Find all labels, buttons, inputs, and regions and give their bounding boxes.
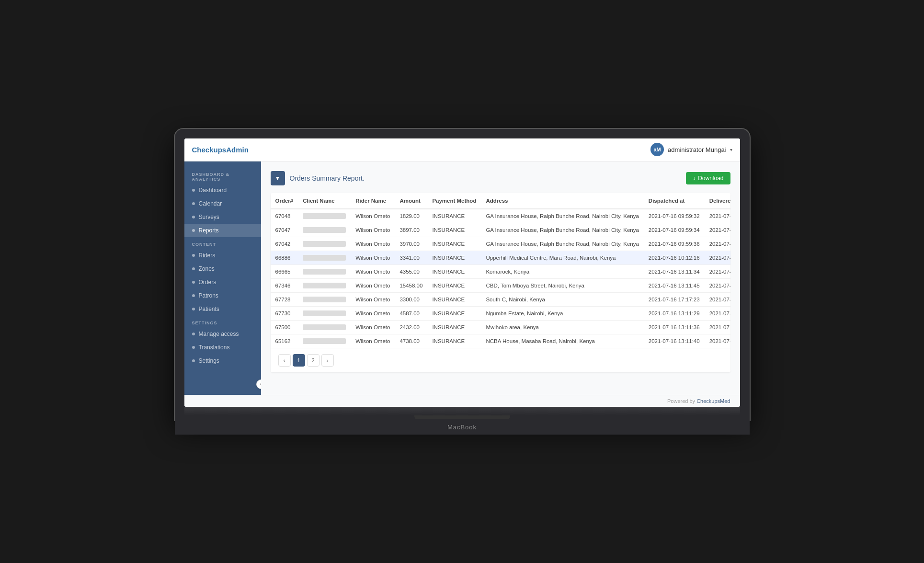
sidebar-item-label-orders: Orders	[199, 279, 217, 286]
laptop-screen-bezel: CheckupsAdmin aM administrator Mungai ▾ …	[175, 129, 750, 420]
cell-client	[298, 306, 351, 320]
cell-amount: 4355.00	[395, 264, 427, 278]
sidebar-item-label-riders: Riders	[199, 252, 216, 259]
sidebar-dot-surveys	[192, 216, 195, 218]
table-header: Order# Client Name Rider Name Amount Pay…	[271, 193, 730, 209]
filter-button[interactable]: ▼	[271, 171, 285, 185]
cell-client	[298, 320, 351, 334]
cell-rider: Wilson Ometo	[351, 209, 395, 223]
laptop-base	[184, 407, 740, 415]
cell-payment: INSURANCE	[427, 334, 481, 348]
user-menu[interactable]: aM administrator Mungai ▾	[650, 143, 732, 156]
sidebar-item-patrons[interactable]: Patrons	[184, 289, 261, 302]
pagination-page-1-button[interactable]: 1	[293, 354, 305, 367]
col-delivered: Delivered at	[705, 193, 730, 209]
cell-address: GA Insurance House, Ralph Bunche Road, N…	[481, 223, 643, 237]
table-row[interactable]: 67728 Wilson Ometo 3300.00 INSURANCE Sou…	[271, 292, 730, 306]
download-button[interactable]: ↓ Download	[686, 172, 730, 184]
cell-address: GA Insurance House, Ralph Bunche Road, N…	[481, 209, 643, 223]
footer-text: Powered by	[667, 398, 696, 404]
table-row[interactable]: 67042 Wilson Ometo 3970.00 INSURANCE GA …	[271, 237, 730, 251]
cell-delivered: 2021-07-16 07:00:20	[705, 223, 730, 237]
sidebar-item-surveys[interactable]: Surveys	[184, 210, 261, 224]
user-name: administrator Mungai	[668, 146, 726, 153]
footer-link[interactable]: CheckupsMed	[696, 398, 730, 404]
cell-client	[298, 251, 351, 264]
cell-address: South C, Nairobi, Kenya	[481, 292, 643, 306]
cell-rider: Wilson Ometo	[351, 264, 395, 278]
sidebar-item-reports[interactable]: Reports	[184, 224, 261, 237]
cell-order: 67730	[271, 306, 298, 320]
cell-client	[298, 292, 351, 306]
cell-order: 67346	[271, 278, 298, 292]
avatar: aM	[650, 143, 664, 156]
cell-amount: 3341.00	[395, 251, 427, 264]
table-row[interactable]: 67346 Wilson Ometo 15458.00 INSURANCE CB…	[271, 278, 730, 292]
pagination-next-button[interactable]: ›	[321, 354, 334, 367]
sidebar-dot-patrons	[192, 294, 195, 297]
table-row[interactable]: 67500 Wilson Ometo 2432.00 INSURANCE Mwi…	[271, 320, 730, 334]
cell-payment: INSURANCE	[427, 251, 481, 264]
cell-dispatched: 2021-07-16 09:59:36	[644, 237, 705, 251]
cell-payment: INSURANCE	[427, 306, 481, 320]
sidebar-collapse-button[interactable]: ‹	[256, 379, 261, 389]
report-title: Orders Summary Report.	[290, 174, 365, 182]
cell-dispatched: 2021-07-16 13:11:34	[644, 264, 705, 278]
sidebar-item-patients[interactable]: Patients	[184, 302, 261, 316]
sidebar-section-content: CONTENT	[184, 237, 261, 249]
cell-client	[298, 209, 351, 223]
cell-order: 67500	[271, 320, 298, 334]
top-nav: CheckupsAdmin aM administrator Mungai ▾	[184, 138, 740, 161]
col-amount: Amount	[395, 193, 427, 209]
cell-dispatched: 2021-07-16 17:17:23	[644, 292, 705, 306]
download-icon: ↓	[693, 175, 696, 182]
cell-delivered: 2021-07-16 12:38:27	[705, 306, 730, 320]
cell-rider: Wilson Ometo	[351, 251, 395, 264]
cell-order: 67048	[271, 209, 298, 223]
sidebar-item-riders[interactable]: Riders	[184, 249, 261, 262]
sidebar-item-dashboard[interactable]: Dashboard	[184, 184, 261, 197]
cell-amount: 2432.00	[395, 320, 427, 334]
sidebar-item-manage-access[interactable]: Manage access	[184, 327, 261, 341]
cell-client	[298, 223, 351, 237]
cell-delivered: 2021-07-16 07:00:00	[705, 209, 730, 223]
cell-payment: INSURANCE	[427, 223, 481, 237]
report-title-area: ▼ Orders Summary Report.	[271, 171, 365, 185]
cell-dispatched: 2021-07-16 13:11:45	[644, 278, 705, 292]
cell-delivered: 2021-07-16 07:12:40	[705, 251, 730, 264]
table-row[interactable]: 67048 Wilson Ometo 1829.00 INSURANCE GA …	[271, 209, 730, 223]
cell-payment: INSURANCE	[427, 320, 481, 334]
data-table-wrapper: Order# Client Name Rider Name Amount Pay…	[271, 193, 730, 372]
cell-amount: 1829.00	[395, 209, 427, 223]
sidebar-dot-zones	[192, 267, 195, 270]
cell-rider: Wilson Ometo	[351, 278, 395, 292]
sidebar-item-calendar[interactable]: Calendar	[184, 197, 261, 210]
cell-address: NCBA House, Masaba Road, Nairobi, Kenya	[481, 334, 643, 348]
table-row[interactable]: 67730 Wilson Ometo 4587.00 INSURANCE Ngu…	[271, 306, 730, 320]
cell-dispatched: 2021-07-16 13:11:36	[644, 320, 705, 334]
cell-delivered: 2021-07-16 10:45:49	[705, 278, 730, 292]
table-row[interactable]: 65162 Wilson Ometo 4738.00 INSURANCE NCB…	[271, 334, 730, 348]
app-brand: CheckupsAdmin	[192, 146, 249, 154]
pagination-page-2-button[interactable]: 2	[307, 354, 319, 367]
cell-address: GA Insurance House, Ralph Bunche Road, N…	[481, 237, 643, 251]
pagination-prev-button[interactable]: ‹	[278, 354, 291, 367]
col-dispatched: Dispatched at	[644, 193, 705, 209]
sidebar-item-label-surveys: Surveys	[199, 214, 219, 220]
sidebar-item-orders[interactable]: Orders	[184, 276, 261, 289]
sidebar-item-label-dashboard: Dashboard	[199, 187, 227, 194]
cell-order: 66886	[271, 251, 298, 264]
cell-rider: Wilson Ometo	[351, 334, 395, 348]
report-header: ▼ Orders Summary Report. ↓ Download	[271, 171, 730, 185]
sidebar-item-translations[interactable]: Translations	[184, 341, 261, 354]
download-label: Download	[698, 175, 723, 182]
cell-dispatched: 2021-07-16 13:11:29	[644, 306, 705, 320]
sidebar: DASHBOARD & ANALYTICS Dashboard Calendar…	[184, 161, 261, 395]
table-row[interactable]: 66665 Wilson Ometo 4355.00 INSURANCE Kom…	[271, 264, 730, 278]
cell-address: CBD, Tom Mboya Street, Nairobi, Kenya	[481, 278, 643, 292]
sidebar-item-settings[interactable]: Settings	[184, 354, 261, 368]
table-row[interactable]: 67047 Wilson Ometo 3897.00 INSURANCE GA …	[271, 223, 730, 237]
table-row[interactable]: 66886 Wilson Ometo 3341.00 INSURANCE Upp…	[271, 251, 730, 264]
orders-table: Order# Client Name Rider Name Amount Pay…	[271, 193, 730, 348]
sidebar-item-zones[interactable]: Zones	[184, 262, 261, 276]
